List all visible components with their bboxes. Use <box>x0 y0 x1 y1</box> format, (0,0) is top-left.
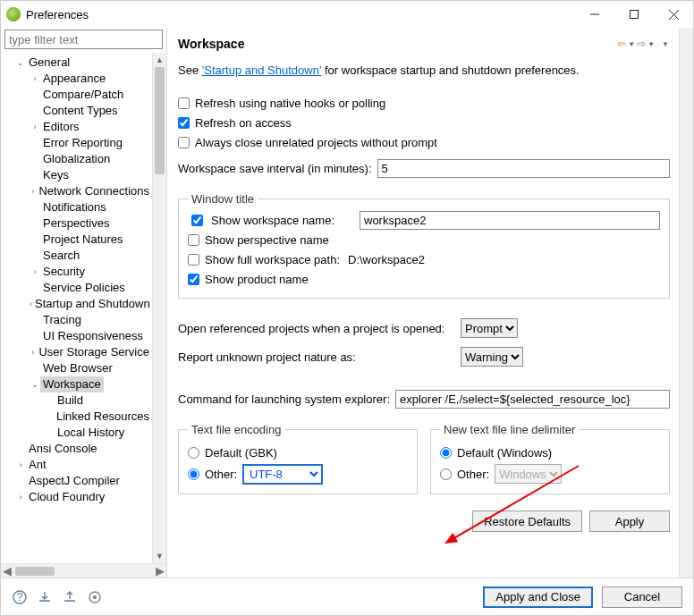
tree-item-web-browser[interactable]: Web Browser <box>4 360 152 376</box>
close-unrelated-checkbox[interactable] <box>178 137 190 148</box>
chevron-right-icon[interactable]: › <box>30 71 40 87</box>
svg-rect-1 <box>631 11 639 19</box>
delimiter-default-radio[interactable] <box>440 447 452 459</box>
tree-item-search[interactable]: Search <box>4 248 152 264</box>
tree-item-label: Appearance <box>40 71 108 87</box>
tree-item-error-reporting[interactable]: Error Reporting <box>4 135 152 151</box>
show-perspective-checkbox[interactable] <box>188 234 199 246</box>
refresh-native-checkbox[interactable] <box>178 97 190 109</box>
encoding-default-radio[interactable] <box>188 447 199 459</box>
restore-defaults-button[interactable]: Restore Defaults <box>472 511 582 532</box>
save-interval-label: Workspace save interval (in minutes): <box>178 162 372 175</box>
delimiter-other-radio[interactable] <box>440 468 452 480</box>
show-full-path-label: Show full workspace path: <box>205 253 348 266</box>
filter-input[interactable] <box>4 30 163 49</box>
page-menu-icon[interactable]: ▼ <box>662 40 669 48</box>
chevron-right-icon[interactable]: › <box>30 183 36 199</box>
preferences-tree[interactable]: ⌄General›AppearanceCompare/PatchContent … <box>1 53 152 563</box>
tree-item-general[interactable]: ⌄General <box>4 55 152 71</box>
startup-shutdown-link[interactable]: 'Startup and Shutdown' <box>202 63 322 77</box>
minimize-button[interactable] <box>575 2 614 27</box>
maximize-button[interactable] <box>614 2 654 27</box>
export-icon[interactable] <box>62 589 78 605</box>
show-product-checkbox[interactable] <box>188 274 199 285</box>
apply-and-close-button[interactable]: Apply and Close <box>483 586 593 608</box>
chevron-right-icon[interactable]: › <box>30 344 36 360</box>
save-interval-input[interactable] <box>377 159 670 178</box>
hscroll-thumb[interactable] <box>15 567 55 576</box>
tree-item-label: Error Reporting <box>40 135 125 151</box>
tree-item-label: Project Natures <box>40 232 126 248</box>
show-full-path-checkbox[interactable] <box>188 254 199 266</box>
tree-item-linked-resources[interactable]: Linked Resources <box>4 409 152 425</box>
tree-item-content-types[interactable]: Content Types <box>4 103 152 119</box>
tree-item-aspectj-compiler[interactable]: AspectJ Compiler <box>4 473 152 489</box>
tree-item-notifications[interactable]: Notifications <box>4 199 152 215</box>
scroll-thumb[interactable] <box>155 67 165 174</box>
scroll-right-icon[interactable]: ▶ <box>156 564 165 578</box>
tree-item-keys[interactable]: Keys <box>4 167 152 183</box>
tree-item-ansi-console[interactable]: Ansi Console <box>4 441 152 457</box>
tree-item-build[interactable]: Build <box>4 392 152 409</box>
tree-item-label: Startup and Shutdown <box>32 296 152 312</box>
tree-item-editors[interactable]: ›Editors <box>4 119 152 135</box>
tree-item-tracing[interactable]: Tracing <box>4 312 152 328</box>
tree-item-label: UI Responsiveness <box>40 328 146 344</box>
window-titlebar: Preferences <box>1 1 693 28</box>
scroll-down-icon[interactable]: ▼ <box>153 549 166 563</box>
back-icon[interactable]: ⇦ <box>617 38 626 50</box>
encoding-other-radio[interactable] <box>188 468 199 480</box>
tree-item-cloud-foundry[interactable]: ›Cloud Foundry <box>4 489 152 505</box>
tree-item-workspace[interactable]: ⌄Workspace <box>4 376 152 392</box>
show-ws-name-checkbox[interactable] <box>191 215 203 226</box>
apply-button[interactable]: Apply <box>589 511 670 532</box>
window-title-legend: Window title <box>188 192 258 206</box>
main-vertical-scrollbar[interactable] <box>679 28 693 578</box>
tree-item-network-connections[interactable]: ›Network Connections <box>4 183 152 199</box>
unknown-nature-select[interactable]: Warning <box>461 347 523 367</box>
tree-item-label: Service Policies <box>40 280 128 296</box>
cancel-button[interactable]: Cancel <box>602 586 682 608</box>
open-ref-select[interactable]: Prompt <box>461 318 518 338</box>
back-menu-icon[interactable]: ▼ <box>628 40 635 48</box>
tree-item-project-natures[interactable]: Project Natures <box>4 232 152 248</box>
svg-text:?: ? <box>16 590 22 603</box>
tree-item-appearance[interactable]: ›Appearance <box>4 71 152 87</box>
tree-vertical-scrollbar[interactable]: ▲ ▼ <box>152 53 166 563</box>
help-icon[interactable]: ? <box>12 589 28 605</box>
tree-item-security[interactable]: ›Security <box>4 264 152 280</box>
dialog-footer: ? Apply and Close Cancel <box>1 578 693 615</box>
tree-item-perspectives[interactable]: Perspectives <box>4 215 152 232</box>
forward-icon[interactable]: ⇨ <box>637 38 646 50</box>
tree-item-label: Globalization <box>40 151 113 167</box>
scroll-up-icon[interactable]: ▲ <box>153 53 166 67</box>
chevron-right-icon[interactable]: › <box>30 264 40 280</box>
close-button[interactable] <box>654 2 693 27</box>
ws-name-input[interactable] <box>360 211 660 230</box>
tree-item-user-storage-service[interactable]: ›User Storage Service <box>4 344 152 360</box>
tree-item-label: Search <box>40 248 82 264</box>
tree-item-ui-responsiveness[interactable]: UI Responsiveness <box>4 328 152 344</box>
full-path-value: D:\workspace2 <box>348 253 425 266</box>
unknown-nature-label: Report unknown project nature as: <box>178 350 455 364</box>
chevron-down-icon[interactable]: ⌄ <box>30 376 40 392</box>
chevron-down-icon[interactable]: ⌄ <box>15 55 26 71</box>
open-ref-label: Open referenced projects when a project … <box>178 322 455 335</box>
oomph-icon[interactable] <box>87 589 103 605</box>
explorer-input[interactable] <box>395 390 670 409</box>
chevron-right-icon[interactable]: › <box>15 457 26 473</box>
forward-menu-icon[interactable]: ▼ <box>647 40 655 48</box>
tree-item-local-history[interactable]: Local History <box>4 425 152 441</box>
refresh-access-checkbox[interactable] <box>178 117 190 129</box>
tree-item-service-policies[interactable]: Service Policies <box>4 280 152 296</box>
tree-horizontal-scrollbar[interactable]: ◀ ▶ <box>1 563 166 578</box>
scroll-left-icon[interactable]: ◀ <box>3 564 12 578</box>
tree-item-globalization[interactable]: Globalization <box>4 151 152 167</box>
tree-item-startup-and-shutdown[interactable]: ›Startup and Shutdown <box>4 296 152 312</box>
chevron-right-icon[interactable]: › <box>15 489 26 505</box>
tree-item-ant[interactable]: ›Ant <box>4 457 152 473</box>
tree-item-compare-patch[interactable]: Compare/Patch <box>4 87 152 103</box>
chevron-right-icon[interactable]: › <box>30 119 40 135</box>
import-icon[interactable] <box>37 589 53 605</box>
encoding-select[interactable]: UTF-8 <box>242 464 323 485</box>
